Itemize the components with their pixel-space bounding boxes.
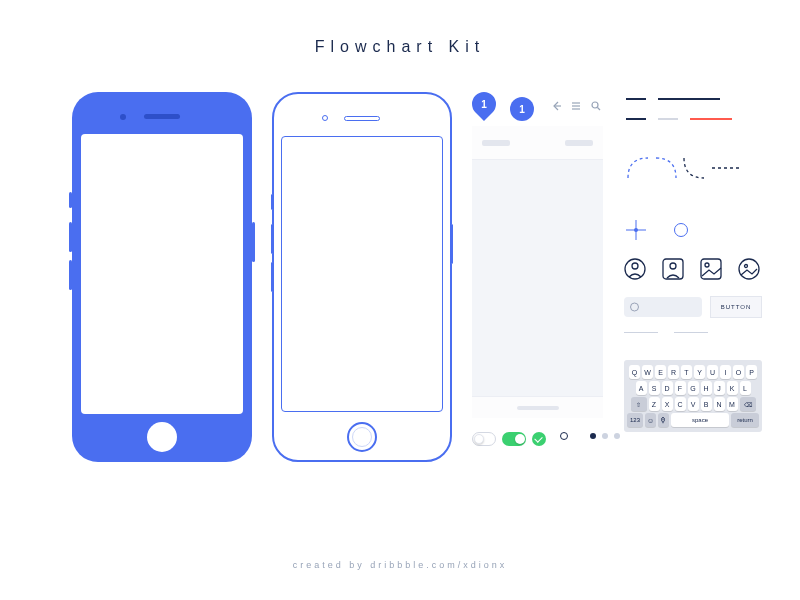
phone-screen — [281, 136, 443, 412]
key-c[interactable]: C — [675, 397, 686, 411]
key-space[interactable]: space — [671, 413, 729, 427]
svg-line-5 — [598, 108, 601, 111]
key-b[interactable]: B — [701, 397, 712, 411]
key-k[interactable]: K — [727, 381, 738, 395]
home-button[interactable] — [147, 422, 177, 452]
key-f[interactable]: F — [675, 381, 686, 395]
key-z[interactable]: Z — [649, 397, 660, 411]
tab-bar — [472, 396, 603, 418]
line-gray — [658, 118, 678, 120]
map-pin-marker[interactable]: 1 — [467, 87, 501, 121]
step-label: 1 — [519, 104, 525, 115]
divider-samples-row1 — [626, 98, 720, 100]
image-square-icon — [700, 258, 722, 280]
key-🎙[interactable]: 🎙 — [658, 413, 669, 427]
menu-icon[interactable] — [570, 100, 582, 112]
key-⌫[interactable]: ⌫ — [740, 397, 756, 411]
line-red — [690, 118, 732, 120]
keyboard-row4: 123☺🎙spacereturn — [627, 413, 759, 427]
user-circle-icon — [624, 258, 646, 280]
circle-outline-icon — [674, 223, 688, 237]
page-dot[interactable] — [614, 433, 620, 439]
svg-point-9 — [670, 263, 676, 269]
key-return[interactable]: return — [731, 413, 759, 427]
key-s[interactable]: S — [649, 381, 660, 395]
key-y[interactable]: Y — [694, 365, 705, 379]
divider-samples-row2 — [626, 118, 732, 120]
key-r[interactable]: R — [668, 365, 679, 379]
move-circle-set — [626, 220, 688, 240]
key-t[interactable]: T — [681, 365, 692, 379]
volume-up[interactable] — [271, 224, 273, 254]
nav-icon-set — [550, 100, 602, 112]
key-e[interactable]: E — [655, 365, 666, 379]
mute-switch[interactable] — [271, 194, 273, 210]
thin-divider-set — [624, 332, 708, 333]
image-circle-icon — [738, 258, 760, 280]
phone-filled-mockup — [72, 92, 252, 462]
back-icon[interactable] — [550, 100, 562, 112]
toggle-set — [472, 432, 546, 446]
phone-screen — [81, 134, 243, 414]
speaker-slot — [144, 114, 180, 119]
search-icon[interactable] — [590, 100, 602, 112]
mute-switch[interactable] — [69, 192, 72, 208]
key-q[interactable]: Q — [629, 365, 640, 379]
pin-label: 1 — [481, 99, 487, 110]
page-dot[interactable] — [602, 433, 608, 439]
keyboard-row1: QWERTYUIOP — [627, 365, 759, 379]
volume-down[interactable] — [271, 262, 273, 292]
key-g[interactable]: G — [688, 381, 699, 395]
key-⇧[interactable]: ⇧ — [631, 397, 647, 411]
page-title: Flowchart Kit — [315, 38, 485, 56]
phone-outline-mockup — [272, 92, 452, 462]
check-badge-icon — [532, 432, 546, 446]
keyboard-mockup: QWERTYUIOP ASDFGHJKL ⇧ZXCVBNM⌫ 123☺🎙spac… — [624, 360, 762, 432]
svg-point-12 — [739, 259, 759, 279]
key-o[interactable]: O — [733, 365, 744, 379]
key-w[interactable]: W — [642, 365, 653, 379]
line-dark — [626, 118, 646, 120]
toggle-on[interactable] — [502, 432, 526, 446]
key-i[interactable]: I — [720, 365, 731, 379]
page-dot-active[interactable] — [590, 433, 596, 439]
divider — [674, 332, 708, 333]
power-button[interactable] — [451, 224, 453, 264]
search-button-row: BUTTON — [624, 296, 762, 318]
keyboard-row2: ASDFGHJKL — [627, 381, 759, 395]
line-dark-short — [626, 98, 646, 100]
volume-up[interactable] — [69, 222, 72, 252]
key-d[interactable]: D — [662, 381, 673, 395]
volume-down[interactable] — [69, 260, 72, 290]
svg-point-11 — [705, 263, 709, 267]
step-circle-marker[interactable]: 1 — [510, 97, 534, 121]
sample-button[interactable]: BUTTON — [710, 296, 762, 318]
key-m[interactable]: M — [727, 397, 738, 411]
toggle-off[interactable] — [472, 432, 496, 446]
wireframe-screen — [472, 126, 603, 418]
search-input[interactable] — [624, 297, 702, 317]
key-j[interactable]: J — [714, 381, 725, 395]
page-dot-outline[interactable] — [560, 432, 568, 440]
key-a[interactable]: A — [636, 381, 647, 395]
key-123[interactable]: 123 — [627, 413, 643, 427]
credit-text: created by dribbble.com/xdionx — [293, 560, 508, 570]
connector-shapes — [626, 156, 746, 196]
home-button[interactable] — [347, 422, 377, 452]
connector-curve-tr — [656, 158, 676, 178]
connector-curve-tl — [628, 158, 648, 178]
key-☺[interactable]: ☺ — [645, 413, 656, 427]
key-n[interactable]: N — [714, 397, 725, 411]
key-h[interactable]: H — [701, 381, 712, 395]
placeholder-icons-row — [624, 258, 760, 280]
keyboard-row3: ⇧ZXCVBNM⌫ — [627, 397, 759, 411]
move-icon[interactable] — [626, 220, 646, 240]
key-p[interactable]: P — [746, 365, 757, 379]
line-dark-long — [658, 98, 720, 100]
key-x[interactable]: X — [662, 397, 673, 411]
divider — [624, 332, 658, 333]
key-u[interactable]: U — [707, 365, 718, 379]
key-v[interactable]: V — [688, 397, 699, 411]
power-button[interactable] — [252, 222, 255, 262]
key-l[interactable]: L — [740, 381, 751, 395]
